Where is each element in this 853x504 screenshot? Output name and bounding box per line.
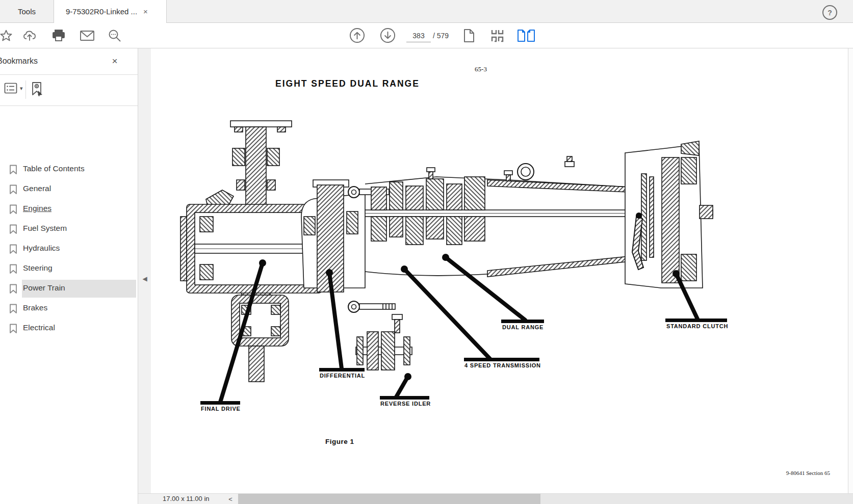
bookmark-icon xyxy=(9,304,17,316)
locate-current-bookmark-icon[interactable] xyxy=(31,82,44,99)
page-number-field xyxy=(406,30,430,42)
next-page-icon[interactable] xyxy=(379,23,396,48)
page-title: EIGHT SPEED DUAL RANGE xyxy=(275,78,420,89)
caret-down-icon: ▾ xyxy=(20,85,23,92)
sidebar-item-fuel-system[interactable]: Fuel System xyxy=(0,219,138,239)
page-size-label: 17.00 x 11.00 in xyxy=(163,495,210,502)
tab-bar: Tools 9-75302R0-Linked ... × ? xyxy=(0,0,853,23)
collapse-panel-icon[interactable]: ◀ xyxy=(141,273,148,284)
two-page-view-icon[interactable] xyxy=(516,23,536,48)
page-number-input[interactable] xyxy=(406,30,431,42)
page-display-icon[interactable] xyxy=(488,23,507,48)
page-total-label: / 579 xyxy=(433,23,449,48)
bookmark-icon xyxy=(9,324,17,336)
bookmark-icon xyxy=(9,204,17,217)
bookmark-icon xyxy=(9,284,17,296)
bookmark-icon xyxy=(9,224,17,236)
tab-document[interactable]: 9-75302R0-Linked ... × xyxy=(54,0,167,23)
sidebar-item-hydraulics[interactable]: Hydraulics xyxy=(0,239,138,259)
horizontal-scrollbar-thumb[interactable] xyxy=(238,494,540,504)
sidebar-item-engines[interactable]: Engines xyxy=(0,199,138,219)
print-icon[interactable] xyxy=(50,23,67,48)
help-icon[interactable]: ? xyxy=(822,5,837,20)
sidebar-item-steering[interactable]: Steering xyxy=(0,259,138,279)
previous-page-icon[interactable] xyxy=(349,23,365,48)
bookmarks-panel: Bookmarks × ▾ xyxy=(0,48,138,504)
tab-tools-label: Tools xyxy=(18,7,36,16)
pdf-viewer-window: Tools 9-75302R0-Linked ... × ? xyxy=(0,0,853,504)
callout-dual-range: DUAL RANGE xyxy=(502,324,544,330)
sidebar-item-general[interactable]: General xyxy=(0,179,138,199)
callout-4-speed-transmission: 4 SPEED TRANSMISSION xyxy=(464,362,541,368)
horizontal-scrollbar-track[interactable] xyxy=(238,494,853,504)
callout-differential: DIFFERENTIAL xyxy=(320,373,365,379)
figure-caption: Figure 1 xyxy=(325,438,354,445)
favorites-star-icon[interactable] xyxy=(0,23,14,48)
chevron-left-icon[interactable]: < xyxy=(226,494,235,503)
toolbar-divider xyxy=(25,81,26,99)
sidebar-item-brakes[interactable]: Brakes xyxy=(0,299,138,319)
bookmark-icon xyxy=(9,165,17,177)
bookmarks-title: Bookmarks xyxy=(0,57,38,66)
sidebar-item-table-of-contents[interactable]: Table of Contents xyxy=(0,160,138,179)
cloud-upload-icon[interactable] xyxy=(22,23,39,48)
callout-reverse-idler: REVERSE IDLER xyxy=(380,401,431,407)
sidebar-item-electrical[interactable]: Electrical xyxy=(0,319,138,338)
callout-final-drive: FINAL DRIVE xyxy=(201,406,241,412)
email-icon[interactable] xyxy=(79,23,95,48)
panel-gutter xyxy=(138,48,151,493)
callout-standard-clutch: STANDARD CLUTCH xyxy=(666,323,728,329)
bookmarks-header: Bookmarks × xyxy=(0,48,138,75)
status-bar: 17.00 x 11.00 in < xyxy=(138,493,853,504)
search-zoom-icon[interactable] xyxy=(107,23,123,48)
vertical-scrollbar[interactable] xyxy=(848,48,853,493)
bookmark-icon xyxy=(9,244,17,256)
bookmarks-toolbar: ▾ xyxy=(0,74,138,106)
bookmark-options-icon[interactable]: ▾ xyxy=(4,83,23,94)
tab-tools[interactable]: Tools xyxy=(0,0,54,22)
tab-document-label: 9-75302R0-Linked ... xyxy=(66,7,137,16)
single-page-icon[interactable] xyxy=(461,23,477,48)
tab-close-icon[interactable]: × xyxy=(143,8,148,15)
main-toolbar: / 579 xyxy=(0,23,853,48)
transmission-diagram xyxy=(151,48,848,493)
bookmark-icon xyxy=(9,184,17,197)
bookmark-icon xyxy=(9,264,17,276)
sidebar-item-power-train[interactable]: Power Train xyxy=(0,279,138,299)
page-corner-number: 65-3 xyxy=(463,65,499,73)
document-page: 65-3 EIGHT SPEED DUAL RANGE FINAL DRIVE … xyxy=(151,48,848,493)
page-footer: 9-80641 Section 65 xyxy=(736,470,830,476)
bookmarks-close-icon[interactable]: × xyxy=(109,55,121,67)
